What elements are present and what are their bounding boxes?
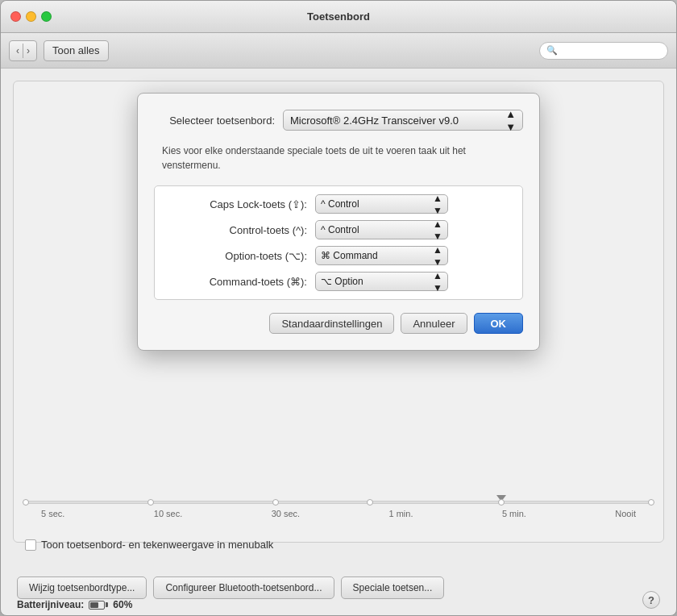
option-label: Option-toets (⌥): — [166, 250, 315, 262]
timeline-label-5: Nooit — [615, 509, 636, 518]
back-icon: ‹ — [13, 46, 23, 56]
timeline-marker-1 — [147, 499, 154, 506]
timeline-label-4: 5 min. — [502, 509, 526, 518]
key-mapping-section: Caps Lock-toets (⇪): ^ Control ▲ ▼ Contr… — [154, 185, 523, 300]
checkbox-label: Toon toetsenbord- en tekenweergave in me… — [41, 539, 273, 551]
minimize-button[interactable] — [26, 11, 36, 22]
timeline: 5 sec. 10 sec. 30 sec. 1 min. 5 min. Noo… — [25, 501, 652, 518]
command-arrows-icon: ▲ ▼ — [433, 270, 442, 293]
control-arrows-icon: ▲ ▼ — [433, 219, 442, 242]
forward-icon: › — [23, 46, 33, 56]
option-row: Option-toets (⌥): ⌘ Command ▲ ▼ — [166, 246, 511, 265]
search-icon: 🔍 — [546, 45, 558, 56]
speciale-button[interactable]: Speciale toetsen... — [341, 576, 445, 599]
menubar-checkbox[interactable] — [25, 539, 36, 551]
command-dropdown[interactable]: ⌥ Option ▲ ▼ — [315, 272, 448, 291]
caps-lock-dropdown[interactable]: ^ Control ▲ ▼ — [315, 194, 448, 214]
titlebar: Toetsenbord — [1, 1, 676, 33]
ok-button[interactable]: OK — [474, 313, 524, 334]
toon-alles-button[interactable]: Toon alles — [44, 40, 109, 61]
dropdown-arrows-icon: ▲ ▼ — [505, 108, 516, 133]
keyboard-dropdown[interactable]: Microsoft® 2.4GHz Transceiver v9.0 ▲ ▼ — [283, 110, 523, 131]
search-box[interactable]: 🔍 — [539, 42, 668, 60]
battery-tip — [106, 602, 108, 607]
caps-lock-row: Caps Lock-toets (⇪): ^ Control ▲ ▼ — [166, 194, 511, 214]
timeline-marker-5 — [648, 499, 654, 506]
battery-row: Batterijniveau: 60% — [17, 599, 132, 610]
control-row: Control-toets (^): ^ Control ▲ ▼ — [166, 220, 511, 239]
annuleer-button[interactable]: Annuleer — [401, 313, 467, 334]
battery-fill — [90, 602, 98, 608]
timeline-track[interactable] — [25, 501, 652, 504]
content-area: Selecteer toetsenbord: Microsoft® 2.4GHz… — [1, 69, 676, 615]
battery-label: Batterijniveau: — [17, 599, 84, 610]
timeline-marker-4 — [498, 499, 505, 506]
traffic-lights — [10, 11, 52, 22]
battery-icon — [89, 601, 108, 610]
bluetooth-button[interactable]: Configureer Bluetooth-toetsenbord... — [153, 576, 334, 599]
checkbox-row: Toon toetsenbord- en tekenweergave in me… — [25, 539, 273, 551]
command-value: ⌥ Option — [321, 276, 433, 287]
command-label: Command-toets (⌘): — [166, 276, 315, 288]
option-arrows-icon: ▲ ▼ — [433, 244, 442, 268]
timeline-label-3: 1 min. — [389, 509, 413, 518]
dialog: Selecteer toetsenbord: Microsoft® 2.4GHz… — [137, 93, 540, 351]
battery-body — [89, 601, 105, 610]
control-dropdown[interactable]: ^ Control ▲ ▼ — [315, 220, 448, 239]
timeline-marker-2 — [272, 499, 279, 506]
timeline-labels: 5 sec. 10 sec. 30 sec. 1 min. 5 min. Noo… — [25, 509, 652, 518]
timeline-marker-0 — [23, 499, 29, 506]
help-button[interactable]: ? — [642, 591, 660, 609]
timeline-marker-3 — [367, 499, 373, 506]
caps-lock-value: ^ Control — [321, 198, 433, 210]
wijzig-button[interactable]: Wijzig toetsenbordtype... — [17, 576, 147, 599]
toolbar: ‹ › Toon alles 🔍 — [1, 33, 676, 69]
option-dropdown[interactable]: ⌘ Command ▲ ▼ — [315, 246, 448, 265]
keyboard-select-row: Selecteer toetsenbord: Microsoft® 2.4GHz… — [154, 110, 523, 131]
description-text: Kies voor elke onderstaande speciale toe… — [154, 144, 523, 173]
window-title: Toetsenbord — [307, 10, 370, 23]
caps-lock-arrows-icon: ▲ ▼ — [433, 193, 442, 216]
option-value: ⌘ Command — [321, 250, 433, 261]
keyboard-selected-value: Microsoft® 2.4GHz Transceiver v9.0 — [290, 114, 505, 127]
command-row: Command-toets (⌘): ⌥ Option ▲ ▼ — [166, 272, 511, 291]
keyboard-select-label: Selecteer toetsenbord: — [154, 114, 283, 127]
caps-lock-label: Caps Lock-toets (⇪): — [166, 198, 315, 210]
maximize-button[interactable] — [41, 11, 52, 22]
main-window: Toetsenbord ‹ › Toon alles 🔍 Selecteer t… — [0, 0, 677, 616]
bottom-buttons: Wijzig toetsenbordtype... Configureer Bl… — [17, 576, 660, 599]
timeline-label-2: 30 sec. — [272, 509, 300, 518]
timeline-label-0: 5 sec. — [41, 509, 64, 518]
control-label: Control-toets (^): — [166, 224, 315, 236]
nav-back-forward[interactable]: ‹ › — [9, 40, 37, 61]
timeline-label-1: 10 sec. — [154, 509, 182, 518]
dialog-buttons: Standaardinstellingen Annuleer OK — [154, 313, 523, 334]
battery-percent: 60% — [113, 599, 132, 610]
standaardinstellingen-button[interactable]: Standaardinstellingen — [269, 313, 394, 334]
close-button[interactable] — [10, 11, 21, 22]
control-value: ^ Control — [321, 224, 433, 235]
